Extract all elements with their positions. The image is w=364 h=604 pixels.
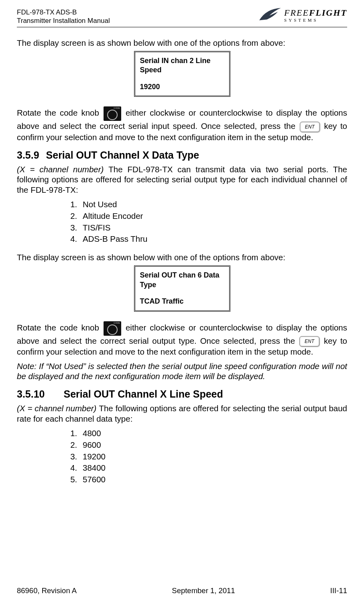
page-header: FDL-978-TX ADS-B Transmitter Installatio… bbox=[17, 7, 347, 27]
page-footer: 86960, Revision A September 1, 2011 III-… bbox=[17, 586, 347, 595]
list-item: ADS-B Pass Thru bbox=[79, 233, 347, 245]
text-fragment: Rotate the code knob bbox=[17, 323, 103, 332]
lcd-line-value: 19200 bbox=[140, 82, 224, 92]
sec359-options-list: Not Used Altitude Encoder TIS/FIS ADS-B … bbox=[79, 199, 347, 245]
channel-number-note: (X = channel number) bbox=[17, 165, 108, 174]
not-used-note: Note: If “Not Used” is selected then the… bbox=[17, 361, 347, 382]
sec3510-lead: (X = channel number) The following optio… bbox=[17, 403, 347, 424]
sec359-lead: (X = channel number) The FDL-978-TX can … bbox=[17, 164, 347, 195]
brand-logo: FREEFLIGHT SYSTEMS bbox=[258, 6, 347, 25]
code-knob-icon bbox=[104, 321, 121, 336]
lcd-line-title: Serial OUT chan 6 Data Type bbox=[140, 271, 224, 290]
intro-text-2: The display screen is as shown below wit… bbox=[17, 252, 347, 262]
lcd-display-serial-out: Serial OUT chan 6 Data Type TCAD Traffic bbox=[134, 265, 230, 311]
list-item: 57600 bbox=[79, 474, 347, 486]
channel-number-note: (X = channel number) bbox=[17, 404, 99, 413]
heading-3510: 3.5.10 Serial OUT Channel X Line Speed bbox=[17, 388, 347, 400]
footer-docnum: 86960, Revision A bbox=[17, 586, 77, 595]
list-item: Altitude Encoder bbox=[79, 210, 347, 222]
heading-title: Serial OUT Channel X Data Type bbox=[46, 149, 199, 161]
list-item: 9600 bbox=[79, 439, 347, 451]
list-item: 4800 bbox=[79, 428, 347, 439]
brand-word-free: FREE bbox=[284, 8, 309, 18]
brand-logo-text: FREEFLIGHT SYSTEMS bbox=[284, 8, 347, 22]
list-item: TIS/FIS bbox=[79, 222, 347, 234]
lcd-display-serial-in: Serial IN chan 2 Line Speed 19200 bbox=[134, 51, 230, 97]
doc-title-line1: FDL-978-TX ADS-B bbox=[17, 8, 110, 16]
rotate-paragraph-in: Rotate the code knob either clockwise or… bbox=[17, 106, 347, 142]
brand-word-systems: SYSTEMS bbox=[284, 18, 318, 22]
heading-title: Serial OUT Channel X Line Speed bbox=[63, 388, 223, 400]
heading-number: 3.5.10 bbox=[17, 388, 45, 400]
sec3510-options-list: 4800 9600 19200 38400 57600 bbox=[79, 428, 347, 485]
code-knob-icon bbox=[104, 106, 121, 121]
heading-359: 3.5.9 Serial OUT Channel X Data Type bbox=[17, 149, 347, 161]
freeflight-swoosh-icon bbox=[258, 6, 282, 25]
lcd-line-value: TCAD Traffic bbox=[140, 297, 224, 306]
ent-key-icon: ENT bbox=[299, 336, 319, 347]
document-title-block: FDL-978-TX ADS-B Transmitter Installatio… bbox=[17, 7, 110, 25]
list-item: Not Used bbox=[79, 199, 347, 210]
brand-word-flight: FLIGHT bbox=[309, 8, 347, 18]
text-fragment: Rotate the code knob bbox=[17, 108, 103, 118]
ent-key-icon: ENT bbox=[300, 122, 320, 132]
lcd-line-title: Serial IN chan 2 Line Speed bbox=[140, 56, 224, 75]
rotate-paragraph-out: Rotate the code knob either clockwise or… bbox=[17, 321, 347, 357]
footer-pagenum: III-11 bbox=[330, 586, 347, 595]
doc-title-line2: Transmitter Installation Manual bbox=[17, 16, 110, 25]
list-item: 38400 bbox=[79, 462, 347, 474]
footer-date: September 1, 2011 bbox=[172, 586, 235, 595]
intro-text-1: The display screen is as shown below wit… bbox=[17, 38, 347, 48]
list-item: 19200 bbox=[79, 451, 347, 463]
heading-number: 3.5.9 bbox=[17, 149, 39, 161]
